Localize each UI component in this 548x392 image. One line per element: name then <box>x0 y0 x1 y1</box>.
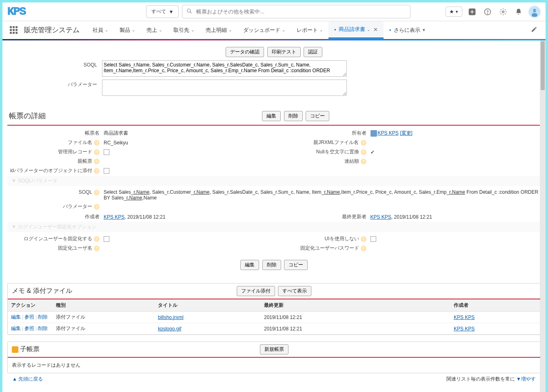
nav-tab-product[interactable]: 製品⌄ <box>114 21 141 39</box>
attach-file-button[interactable]: ファイル添付 <box>237 286 275 296</box>
help-icon[interactable]: ? <box>361 159 366 164</box>
nav-tab-dashboard[interactable]: ダッシュボード⌄ <box>237 21 291 39</box>
help-icon[interactable] <box>482 6 493 18</box>
svg-point-4 <box>488 13 488 14</box>
help-icon[interactable]: ? <box>94 236 100 242</box>
edit-button-2[interactable]: 編集 <box>240 260 259 270</box>
help-icon[interactable]: ? <box>94 246 100 251</box>
param-textarea[interactable] <box>102 80 347 96</box>
close-tab-icon[interactable]: ✕ <box>373 27 378 33</box>
help-icon[interactable]: ? <box>94 140 100 146</box>
parent-report-label: 親帳票 <box>78 158 92 164</box>
table-row: 編集|参照|削除 添付ファイル kpslogo.gif 2019/11/08 1… <box>8 323 540 334</box>
copy-button[interactable]: コピー <box>306 111 329 121</box>
ref-link[interactable]: 参照 <box>24 314 34 320</box>
ui-disable-label: UIを使用しない <box>325 236 359 241</box>
nav-tab-employee[interactable]: 社員⌄ <box>87 21 114 39</box>
nav-tab-report[interactable]: レポート⌄ <box>291 21 328 39</box>
chevron-down-icon: ▼ <box>422 28 426 32</box>
report-name-value: 商品請求書 <box>104 129 273 137</box>
owner-change-link[interactable]: [変更] <box>400 130 413 136</box>
creator-link[interactable]: KPS KPS <box>104 214 124 220</box>
svg-point-5 <box>502 11 504 13</box>
nav-tab-sales[interactable]: 売上⌄ <box>141 21 168 39</box>
edit-button[interactable]: 編集 <box>262 111 281 121</box>
svg-point-9 <box>533 10 534 11</box>
scrollbar[interactable] <box>540 40 546 392</box>
col-updated: 最終更新 <box>261 299 450 312</box>
notification-icon[interactable] <box>513 6 524 18</box>
nav-tab-overflow[interactable]: ● さらに表示 ▼ <box>384 21 432 39</box>
chevron-down-icon: ⌄ <box>319 28 323 32</box>
ref-link[interactable]: 参照 <box>24 326 34 331</box>
type-cell: 添付ファイル <box>53 323 155 334</box>
setup-icon[interactable] <box>497 6 509 18</box>
login-subsection-header[interactable]: ▼ログインユーザー固定化オプション <box>7 222 541 232</box>
svg-point-0 <box>187 9 191 12</box>
col-creator: 作成者 <box>450 299 540 312</box>
creator-link[interactable]: KPS KPS <box>454 326 475 332</box>
favorites-button[interactable]: ★▼ <box>446 7 462 17</box>
creator-link[interactable]: KPS KPS <box>454 314 475 320</box>
edit-nav-icon[interactable] <box>526 26 542 34</box>
app-name: 販売管理システム <box>22 25 87 35</box>
collapse-icon: ▼ <box>11 224 16 230</box>
nav-tab-detail[interactable]: 売上明細⌄ <box>200 21 237 39</box>
child-section: 子帳票 新規帳票 表示するレコードはありません <box>7 341 541 373</box>
help-icon[interactable]: ? <box>94 159 100 164</box>
detail-section-title: 帳票の詳細 <box>7 107 51 125</box>
help-icon[interactable]: ? <box>94 190 100 195</box>
global-header: KPS すべて ▼ ★▼ <box>2 2 546 21</box>
null-replace-label: Nullを空文字に置換 <box>316 149 359 155</box>
help-icon[interactable]: ? <box>361 140 366 146</box>
soql-subsection-header[interactable]: ▼SOQL/パラメータ <box>7 176 541 186</box>
soql-edit-label: SOQL <box>7 60 102 68</box>
edit-link[interactable]: 編集 <box>11 326 21 331</box>
delete-button-2[interactable]: 削除 <box>262 260 281 270</box>
delete-button[interactable]: 削除 <box>284 111 303 121</box>
copy-button-2[interactable]: コピー <box>284 260 308 270</box>
app-launcher-icon[interactable] <box>6 26 22 34</box>
search-input[interactable] <box>195 7 406 16</box>
auth-button[interactable]: 認証 <box>304 47 322 57</box>
modifier-link[interactable]: KPS KPS <box>371 214 391 220</box>
edit-link[interactable]: 編集 <box>11 314 21 320</box>
title-link[interactable]: kpslogo.gif <box>158 326 181 332</box>
del-link[interactable]: 削除 <box>38 326 48 331</box>
col-title: タイトル <box>155 299 261 312</box>
confirm-data-button[interactable]: データの確認 <box>226 47 264 57</box>
help-icon[interactable]: ? <box>361 246 366 251</box>
top-action-buttons: データの確認 印刷テスト 認証 <box>7 47 541 57</box>
increase-link[interactable]: ▼増やす <box>516 376 536 382</box>
new-report-button[interactable]: 新規帳票 <box>260 344 288 354</box>
manage-record-label: 管理用レコード <box>58 149 92 155</box>
user-avatar[interactable] <box>528 6 541 18</box>
memo-section-title: メモ & 添付ファイル <box>12 287 72 295</box>
nav-tab-invoice[interactable]: ● 商品請求書 ⌄ ✕ <box>328 21 384 39</box>
param-edit-label: パラメーター <box>7 80 102 88</box>
print-test-button[interactable]: 印刷テスト <box>267 47 301 57</box>
del-link[interactable]: 削除 <box>38 314 48 320</box>
logo: KPS <box>7 5 25 18</box>
title-link[interactable]: billsho.jrxml <box>158 314 184 320</box>
help-icon[interactable]: ? <box>361 236 366 242</box>
show-all-button[interactable]: すべて表示 <box>278 286 311 296</box>
back-to-top-link[interactable]: ▲ 先頭に戻る <box>12 376 43 383</box>
chevron-down-icon: ⌄ <box>367 27 370 32</box>
nav-bar: 販売管理システム 社員⌄ 製品⌄ 売上⌄ 取引先⌄ 売上明細⌄ ダッシュボード⌄… <box>2 21 546 39</box>
help-icon[interactable]: ? <box>94 168 100 174</box>
help-icon[interactable]: ? <box>361 149 366 155</box>
nav-tab-account[interactable]: 取引先⌄ <box>168 21 200 39</box>
memo-section: メモ & 添付ファイル ファイル添付 すべて表示 アクション 種別 タイトル 最… <box>7 283 541 335</box>
chevron-down-icon: ⌄ <box>105 28 108 32</box>
help-icon[interactable]: ? <box>94 149 100 155</box>
search-scope-dropdown[interactable]: すべて ▼ <box>146 5 179 18</box>
soql-textarea[interactable]: Select Sales_r.Name, Sales_r.Customer_r.… <box>102 60 347 77</box>
global-search[interactable] <box>182 5 410 18</box>
owner-link[interactable]: KPS KPS <box>378 130 399 136</box>
concat-label: 連結順 <box>344 158 359 164</box>
help-icon[interactable]: ? <box>94 204 100 210</box>
add-icon[interactable] <box>466 6 478 18</box>
owner-label: 所有者 <box>275 129 370 137</box>
no-records-message: 表示するレコードはありません <box>8 358 540 373</box>
